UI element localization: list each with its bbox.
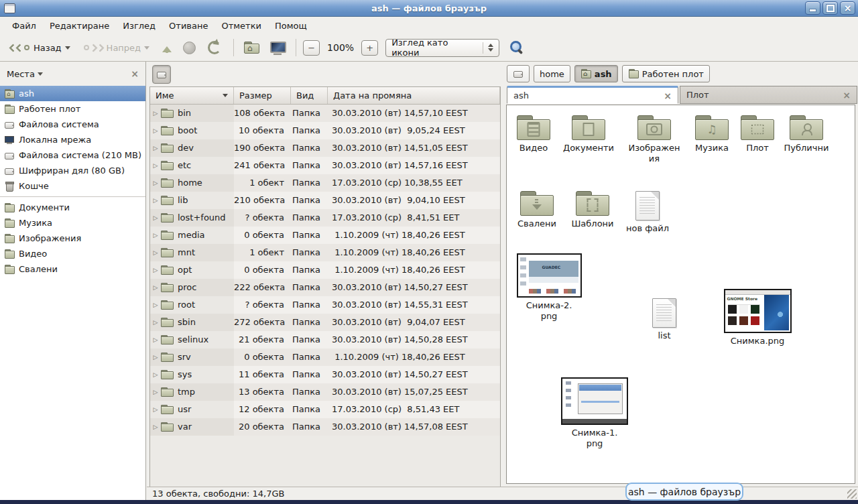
expander-icon[interactable]: ▷ — [150, 174, 161, 192]
resize-grip[interactable] — [847, 489, 857, 499]
menu-item[interactable]: Отиване — [162, 19, 214, 33]
sidebar-item[interactable]: Файлова система (210 MB) — [0, 147, 145, 163]
sidebar-item[interactable]: Кошче — [0, 178, 145, 194]
icon-view-item[interactable]: list — [634, 298, 694, 341]
icon-view-item[interactable]: GUADECСнимка-2.png — [519, 253, 579, 322]
sidebar-item[interactable]: Свалени — [0, 261, 145, 277]
icon-view-item[interactable]: Свалени — [507, 191, 567, 229]
table-row[interactable]: ▷opt0 обектаПапка 1.10.2009 (чт) 18,40,2… — [150, 261, 500, 279]
icon-view-item[interactable]: GNOME StoreСнимка.png — [727, 289, 788, 346]
expander-icon[interactable]: ▷ — [150, 192, 161, 209]
table-row[interactable]: ▷lost+found? обектаПапка17.03.2010 (ср) … — [150, 209, 500, 227]
view-mode-select[interactable]: Изглед като икони — [385, 39, 499, 57]
expander-icon[interactable]: ▷ — [150, 296, 161, 314]
sidebar-title[interactable]: Места — [7, 69, 35, 79]
up-button[interactable] — [158, 38, 176, 57]
sidebar-item[interactable]: Музика — [0, 215, 145, 231]
sidebar-item[interactable]: Изображения — [0, 231, 145, 246]
sidebar-item[interactable]: Видео — [0, 246, 145, 261]
expander-icon[interactable]: ▷ — [150, 227, 161, 244]
table-row[interactable]: ▷etc241 обектаПапка30.03.2010 (вт) 14,57… — [150, 157, 500, 174]
sidebar-item[interactable]: Шифриран дял (80 GB) — [0, 163, 145, 178]
expander-icon[interactable]: ▷ — [150, 418, 161, 436]
path-button[interactable]: ⌂ash — [574, 65, 618, 82]
icon-view-item[interactable]: Публични — [776, 115, 837, 153]
menu-item[interactable]: Помощ — [268, 19, 314, 33]
icon-view-item[interactable]: Снимка-1.png — [564, 377, 625, 449]
table-row[interactable]: ▷boot10 обектаПапка30.03.2010 (вт) 9,05,… — [150, 122, 500, 139]
expander-icon[interactable]: ▷ — [150, 261, 161, 279]
column-header[interactable]: Име — [150, 87, 234, 104]
column-header[interactable]: Размер — [234, 87, 291, 104]
table-row[interactable]: ▷media0 обектаПапка 1.10.2009 (чт) 18,40… — [150, 227, 500, 244]
expander-icon[interactable]: ▷ — [150, 314, 161, 331]
expander-icon[interactable]: ▷ — [150, 139, 161, 157]
minimize-button[interactable] — [805, 1, 820, 15]
forward-button[interactable]: Напред — [78, 40, 154, 56]
tab-close-icon[interactable]: × — [664, 90, 672, 101]
column-header[interactable]: Дата на промяна — [328, 87, 500, 104]
sidebar-item[interactable]: ⌂ash — [0, 86, 145, 101]
computer-button[interactable] — [266, 39, 289, 57]
expander-icon[interactable]: ▷ — [150, 349, 161, 366]
icon-view-item[interactable]: нов файл — [617, 191, 678, 234]
expander-icon[interactable]: ▷ — [150, 157, 161, 174]
sidebar-item[interactable]: Файлова система — [0, 117, 145, 132]
table-row[interactable]: ▷mnt1 обектПапка 1.10.2009 (чт) 18,40,26… — [150, 244, 500, 261]
sidebar-item[interactable]: Локална мрежа — [0, 132, 145, 147]
menu-item[interactable]: Редактиране — [43, 19, 116, 33]
sidebar-item[interactable]: Работен плот — [0, 101, 145, 117]
maximize-button[interactable] — [822, 1, 838, 15]
icon-view-item[interactable]: Изображения — [624, 115, 684, 164]
expander-icon[interactable]: ▷ — [150, 105, 161, 122]
table-row[interactable]: ▷var20 обектаПапка30.03.2010 (вт) 14,57,… — [150, 418, 500, 436]
table-row[interactable]: ▷root? обектаПапка30.03.2010 (вт) 14,55,… — [150, 296, 500, 314]
stop-button[interactable] — [180, 39, 199, 57]
path-button[interactable] — [507, 65, 530, 82]
table-row[interactable]: ▷selinux21 обектаПапка30.03.2010 (вт) 14… — [150, 331, 500, 349]
expander-icon[interactable]: ▷ — [150, 401, 161, 418]
table-row[interactable]: ▷usr12 обектаПапка17.03.2010 (ср) 8,51,4… — [150, 401, 500, 418]
filesystem-root-button[interactable] — [152, 65, 171, 84]
table-row[interactable]: ▷bin108 обектаПапка30.03.2010 (вт) 14,57… — [150, 105, 500, 122]
menu-item[interactable]: Файл — [5, 19, 43, 33]
expander-icon[interactable]: ▷ — [150, 209, 161, 227]
titlebar[interactable]: ash — файлов браузър × — [0, 0, 858, 17]
table-row[interactable]: ▷dev190 обектаПапка30.03.2010 (вт) 14,51… — [150, 139, 500, 157]
table-row[interactable]: ▷home1 обектПапка17.03.2010 (ср) 10,38,5… — [150, 174, 500, 192]
home-button[interactable]: ⌂ — [241, 39, 263, 56]
column-header[interactable]: Вид — [291, 87, 328, 104]
expander-icon[interactable]: ▷ — [150, 122, 161, 139]
tab-close-icon[interactable]: × — [843, 90, 851, 101]
chevron-down-icon[interactable] — [38, 72, 43, 78]
path-button[interactable]: Работен плот — [622, 65, 710, 82]
icon-view-item[interactable]: Видео — [503, 115, 564, 153]
table-row[interactable]: ▷sys11 обектаПапка30.03.2010 (вт) 14,50,… — [150, 366, 500, 383]
path-button[interactable]: home — [534, 65, 570, 82]
taskbar-window-button[interactable]: ash — файлов браузър — [625, 483, 743, 501]
search-icon[interactable] — [509, 40, 524, 55]
back-button[interactable]: Назад — [5, 40, 75, 56]
table-row[interactable]: ▷lib210 обектаПапка30.03.2010 (вт) 9,04,… — [150, 192, 500, 209]
menu-item[interactable]: Изглед — [116, 19, 162, 33]
tab-ash[interactable]: ash× — [507, 86, 678, 104]
table-row[interactable]: ▷srv0 обектаПапка 1.10.2009 (чт) 18,40,2… — [150, 349, 500, 366]
reload-button[interactable] — [202, 38, 227, 57]
zoom-out-button[interactable]: − — [303, 40, 320, 56]
close-button[interactable]: × — [840, 1, 855, 15]
expander-icon[interactable]: ▷ — [150, 383, 161, 401]
expander-icon[interactable]: ▷ — [150, 279, 161, 296]
table-row[interactable]: ▷proc222 обектаПапка30.03.2010 (вт) 14,5… — [150, 279, 500, 296]
zoom-in-button[interactable]: + — [361, 40, 378, 56]
expander-icon[interactable]: ▷ — [150, 366, 161, 383]
icon-view-item[interactable]: Документи — [558, 115, 619, 153]
table-row[interactable]: ▷tmp13 обектаПапка30.03.2010 (вт) 15,07,… — [150, 383, 500, 401]
table-row[interactable]: ▷sbin272 обектаПапка30.03.2010 (вт) 9,04… — [150, 314, 500, 331]
tab-plot[interactable]: Плот× — [680, 86, 857, 104]
sidebar-item[interactable]: Документи — [0, 200, 145, 215]
icon-view[interactable]: ВидеоДокументиИзображения♫МузикаПлотПубл… — [506, 105, 855, 484]
sidebar-close-icon[interactable]: × — [131, 68, 139, 79]
icon-view-item[interactable]: Шаблони — [562, 191, 623, 229]
expander-icon[interactable]: ▷ — [150, 331, 161, 349]
menu-item[interactable]: Отметки — [214, 19, 267, 33]
